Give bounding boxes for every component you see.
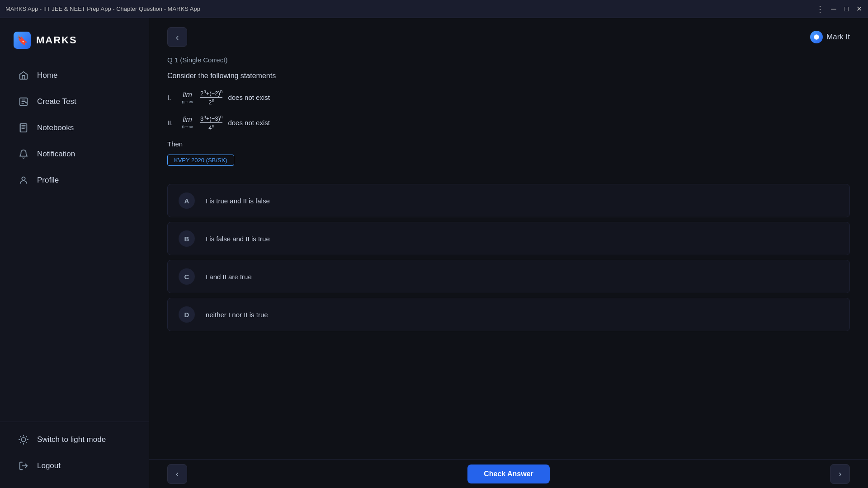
- maximize-button[interactable]: □: [843, 5, 850, 13]
- sidebar-item-create-test-label: Create Test: [37, 97, 76, 106]
- sidebar-bottom: Switch to light mode Logout: [0, 422, 149, 479]
- statement-1-math: lim n→∞ 2n+(−2)n 2n does not exist: [182, 89, 270, 106]
- next-icon: ›: [839, 469, 842, 479]
- svg-line-13: [20, 436, 21, 437]
- app-body: 🔖 MARKS Home Creat: [0, 18, 868, 488]
- back-button[interactable]: ‹: [167, 27, 187, 47]
- sidebar: 🔖 MARKS Home Creat: [0, 18, 149, 488]
- main-content: ‹ Mark It Q 1 (Single Correct) Consider …: [149, 18, 868, 488]
- option-d-circle: D: [179, 306, 195, 323]
- then-text: Then: [167, 140, 850, 148]
- title-bar: MARKS App - IIT JEE & NEET Prep App - Ch…: [0, 0, 868, 18]
- statement-2-math: lim n→∞ 3n+(−3)n 4n does not exist: [182, 114, 270, 131]
- sidebar-item-notebooks-label: Notebooks: [37, 123, 74, 132]
- sidebar-item-notification-label: Notification: [37, 150, 75, 159]
- question-body: Consider the following statements I. lim…: [149, 67, 868, 184]
- notebooks-icon: [17, 123, 30, 133]
- notification-icon: [17, 149, 30, 159]
- fraction-1: 2n+(−2)n 2n: [200, 89, 222, 106]
- prev-button[interactable]: ‹: [167, 464, 187, 484]
- sidebar-item-light-mode-label: Switch to light mode: [37, 435, 106, 444]
- menu-dots[interactable]: ⋮: [816, 4, 825, 14]
- question-header: ‹ Mark It: [149, 18, 868, 52]
- statement-2-label: II.: [167, 119, 176, 127]
- sidebar-item-notebooks[interactable]: Notebooks: [4, 115, 145, 141]
- lim-notation-2: lim n→∞: [182, 116, 193, 129]
- back-icon: ‹: [176, 32, 179, 42]
- question-meta: Q 1 (Single Correct): [149, 52, 868, 67]
- window-controls[interactable]: ⋮ ─ □ ✕: [816, 4, 863, 14]
- sidebar-item-light-mode[interactable]: Switch to light mode: [4, 427, 145, 453]
- question-number: Q 1 (Single Correct): [167, 56, 227, 64]
- svg-point-10: [21, 437, 25, 441]
- options-container: A I is true and II is false B I is false…: [149, 184, 868, 372]
- sidebar-item-profile-label: Profile: [37, 176, 59, 185]
- does-not-exist-1: does not exist: [228, 94, 270, 101]
- statement-1: I. lim n→∞ 2n+(−2)n 2n does not exist: [167, 89, 850, 106]
- mark-it-icon: [810, 31, 823, 43]
- option-b[interactable]: B I is false and II is true: [167, 222, 850, 255]
- option-d[interactable]: D neither I nor II is true: [167, 298, 850, 331]
- sidebar-item-home-label: Home: [37, 71, 57, 80]
- sidebar-item-notification[interactable]: Notification: [4, 141, 145, 167]
- window-title: MARKS App - IIT JEE & NEET Prep App - Ch…: [5, 5, 200, 12]
- statement-2: II. lim n→∞ 3n+(−3)n 4n does not exist: [167, 114, 850, 131]
- profile-icon: [17, 175, 30, 185]
- logo-text: MARKS: [36, 34, 77, 46]
- create-test-icon: [17, 97, 30, 107]
- lim-notation-1: lim n→∞: [182, 91, 193, 104]
- sidebar-item-home[interactable]: Home: [4, 62, 145, 89]
- svg-line-17: [20, 442, 21, 443]
- prev-icon: ‹: [176, 469, 179, 479]
- sidebar-item-create-test[interactable]: Create Test: [4, 89, 145, 115]
- logo-icon: 🔖: [14, 32, 31, 49]
- question-intro-text: Consider the following statements: [167, 72, 850, 80]
- bottom-nav: ‹ Check Answer ›: [149, 459, 868, 488]
- option-d-id: D: [184, 311, 189, 319]
- svg-line-18: [26, 436, 27, 437]
- check-answer-button[interactable]: Check Answer: [467, 465, 550, 483]
- option-b-text: I is false and II is true: [206, 235, 270, 243]
- option-a-text: I is true and II is false: [206, 197, 270, 205]
- mark-it-button[interactable]: Mark It: [810, 31, 850, 43]
- sidebar-logo: 🔖 MARKS: [0, 27, 149, 62]
- option-c-id: C: [184, 273, 189, 281]
- option-c[interactable]: C I and II are true: [167, 260, 850, 293]
- option-d-text: neither I nor II is true: [206, 311, 268, 319]
- sidebar-item-profile[interactable]: Profile: [4, 167, 145, 193]
- sidebar-item-logout-label: Logout: [37, 461, 61, 470]
- light-mode-icon: [17, 435, 30, 445]
- svg-line-14: [26, 442, 27, 443]
- svg-point-9: [22, 177, 25, 180]
- does-not-exist-2: does not exist: [228, 119, 270, 127]
- option-b-id: B: [184, 235, 189, 243]
- option-c-circle: C: [179, 268, 195, 285]
- question-tag: KVPY 2020 (SB/SX): [167, 155, 234, 166]
- minimize-button[interactable]: ─: [830, 5, 837, 13]
- fraction-2: 3n+(−3)n 4n: [200, 114, 222, 131]
- home-icon: [17, 70, 30, 80]
- option-c-text: I and II are true: [206, 273, 252, 281]
- mark-it-label: Mark It: [826, 33, 850, 42]
- option-a-circle: A: [179, 192, 195, 209]
- logout-icon: [17, 461, 30, 471]
- option-a-id: A: [184, 197, 189, 205]
- next-button[interactable]: ›: [830, 464, 850, 484]
- sidebar-item-logout[interactable]: Logout: [4, 453, 145, 479]
- option-b-circle: B: [179, 230, 195, 247]
- svg-point-20: [814, 34, 819, 40]
- statement-1-label: I.: [167, 94, 176, 101]
- option-a[interactable]: A I is true and II is false: [167, 184, 850, 217]
- close-button[interactable]: ✕: [855, 5, 863, 13]
